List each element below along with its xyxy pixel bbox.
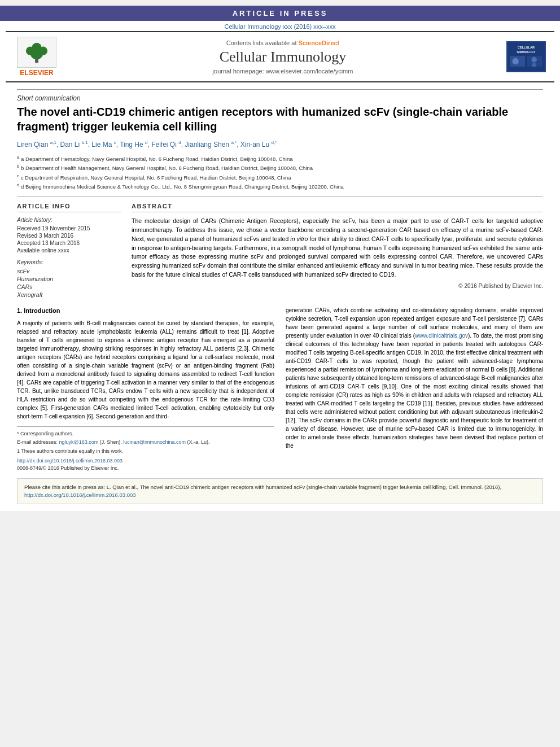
page: ARTICLE IN PRESS Cellular Immunology xxx… [0, 6, 560, 511]
keyword-scfv: scFv [17, 268, 121, 274]
svg-text:CELLULAR: CELLULAR [518, 46, 535, 49]
elsevier-image [17, 37, 56, 68]
sciencedirect-link[interactable]: ScienceDirect [299, 40, 340, 46]
citation-box: Please cite this article in press as: L.… [17, 478, 543, 505]
article-title: The novel anti-CD19 chimeric antigen rec… [17, 104, 543, 134]
main-content: Short communication The novel anti-CD19 … [0, 82, 560, 511]
keyword-cars: CARs [17, 283, 121, 290]
email1-link[interactable]: ngluyk@163.com [59, 439, 99, 445]
cellular-logo-img: CELLULAR IMMUNOLOGY [506, 41, 546, 72]
journal-homepage: journal homepage: www.elsevier.com/locat… [68, 68, 498, 75]
aip-banner-text: ARTICLE IN PRESS [233, 9, 328, 18]
journal-title: Cellular Immunology [68, 49, 498, 65]
aip-banner: ARTICLE IN PRESS [0, 6, 560, 21]
affil-d: d d Beijing Immunochina Medical Science … [17, 182, 543, 191]
doi-line: Cellular Immunology xxx (2016) xxx–xxx [0, 21, 560, 31]
article-info-abstract: ARTICLE INFO Article history: Received 1… [17, 196, 543, 299]
email2-link[interactable]: lucinan@immunochina.com [123, 439, 186, 445]
elsevier-name: ELSEVIER [20, 69, 53, 77]
affil-b: b b Department of Health Management, Nav… [17, 163, 543, 172]
right-para-1: generation CARs, which combine activatin… [286, 306, 543, 450]
homepage-label: journal homepage: www.elsevier.com/locat… [213, 68, 353, 75]
svg-text:IMMUNOLOGY: IMMUNOLOGY [517, 51, 536, 54]
abstract-paragraph: The molecular design of CARs (Chimeric A… [132, 217, 543, 279]
affiliations: a a Department of Hematology, Navy Gener… [17, 154, 543, 191]
keywords-label: Keywords: [17, 259, 121, 265]
svg-point-12 [532, 63, 536, 67]
elsevier-logo: ELSEVIER [11, 37, 62, 77]
journal-center: Contents lists available at ScienceDirec… [62, 40, 504, 75]
affil-c: c c Department of Respiration, Navy Gene… [17, 173, 543, 182]
doi-footer: http://dx.doi.org/10.1016/j.cellimm.2016… [17, 457, 274, 473]
fn-note1: 1 These authors contribute equally in th… [17, 448, 274, 455]
article-info-col: ARTICLE INFO Article history: Received 1… [17, 203, 121, 299]
body-left-col: 1. Introduction A majority of patients w… [17, 306, 274, 472]
received-date: Received 19 November 2015 [17, 225, 121, 231]
body-right-col: generation CARs, which combine activatin… [286, 306, 543, 472]
abstract-heading: ABSTRACT [132, 203, 543, 212]
svg-point-10 [512, 58, 518, 64]
issn-text: 0008-8749/© 2016 Published by Elsevier I… [17, 465, 119, 471]
cellular-logo-box: CELLULAR IMMUNOLOGY [504, 41, 549, 72]
copyright: © 2016 Published by Elsevier Inc. [132, 283, 543, 289]
sciencedirect-line: Contents lists available at ScienceDirec… [68, 40, 498, 46]
keywords-section: Keywords: scFv Humanization CARs Xenogra… [17, 259, 121, 298]
accepted-date: Accepted 13 March 2016 [17, 240, 121, 246]
abstract-text: The molecular design of CARs (Chimeric A… [132, 217, 543, 279]
citation-text: Please cite this article in press as: L.… [24, 484, 501, 490]
article-info-heading: ARTICLE INFO [17, 203, 121, 212]
sciencedirect-label: Contents lists available at [226, 40, 297, 46]
history-label: Article history: [17, 217, 121, 223]
authors: Liren Qian a,1, Dan Li b,1, Lie Ma c, Ti… [17, 139, 543, 150]
svg-point-11 [531, 57, 536, 62]
footnotes: * Corresponding authors. E-mail addresse… [17, 426, 274, 455]
clinicaltrials-link[interactable]: www.clinicaltrials.gov [415, 333, 468, 339]
citation-doi-link[interactable]: http://dx.doi.org/10.1016/j.cellimm.2016… [24, 492, 136, 498]
svg-point-4 [32, 42, 41, 52]
doi-link[interactable]: http://dx.doi.org/10.1016/j.cellimm.2016… [17, 458, 123, 464]
fn-corresponding: * Corresponding authors. [17, 430, 274, 438]
keyword-xenograft: Xenograft [17, 291, 121, 298]
affil-a: a a Department of Hematology, Navy Gener… [17, 154, 543, 163]
journal-header: ELSEVIER Contents lists available at Sci… [6, 31, 554, 82]
intro-title: 1. Introduction [17, 306, 274, 316]
keyword-humanization: Humanization [17, 276, 121, 282]
revised-date: Revised 3 March 2016 [17, 233, 121, 239]
doi-line-text: Cellular Immunology xxx (2016) xxx–xxx [225, 23, 336, 30]
available-date: Available online xxxx [17, 247, 121, 254]
intro-para-1: A majority of patients with B-cell malig… [17, 319, 274, 421]
article-type: Short communication [17, 89, 543, 102]
abstract-col: ABSTRACT The molecular design of CARs (C… [132, 203, 543, 299]
fn-emails: E-mail addresses: ngluyk@163.com (J. She… [17, 439, 274, 446]
body-content: 1. Introduction A majority of patients w… [17, 306, 543, 472]
